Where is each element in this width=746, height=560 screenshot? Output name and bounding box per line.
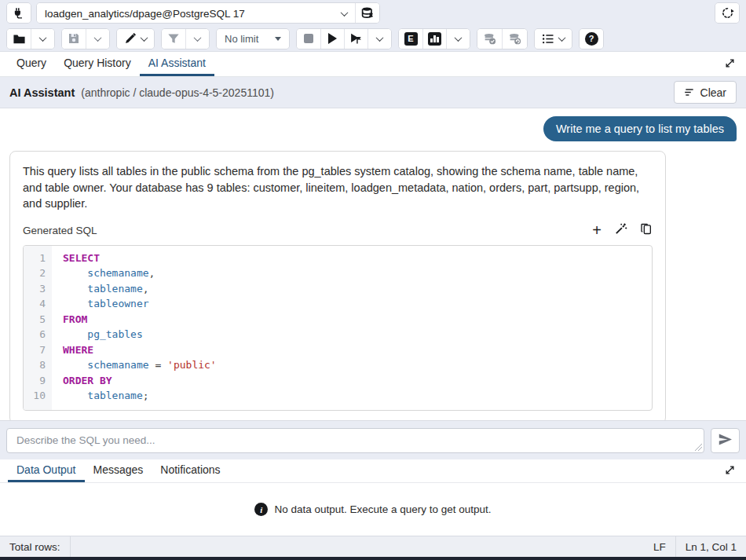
sql-code-block: 12345678910 SELECT schemaname, tablename… [23,245,653,411]
explain-analyze-button[interactable] [422,29,446,49]
sql-line-numbers: 12345678910 [24,246,52,410]
commit-button[interactable] [477,29,502,49]
assistant-message-card: This query lists all tables in the publi… [9,151,666,420]
no-output-message: No data output. Execute a query to get o… [274,503,491,515]
macros-button[interactable] [535,29,572,49]
chevron-down-icon [39,34,47,42]
help-icon: ? [585,32,598,46]
open-file-button[interactable] [7,29,31,49]
play-flag-icon [349,32,363,45]
execute-options-button[interactable] [344,29,368,49]
output-tab-bar: Data Output Messages Notifications [0,459,746,483]
copy-icon [640,222,653,239]
rollback-button[interactable] [502,29,527,49]
rollback-icon [507,32,522,46]
ai-assistant-header: AI Assistant (anthropic / claude-opus-4-… [0,77,746,108]
explain-menu-button[interactable] [446,29,470,49]
insert-sql-button[interactable]: + [592,225,602,236]
main-tab-bar: Query Query History AI Assistant [0,52,746,77]
assistant-message-text: This query lists all tables in the publi… [23,163,653,212]
ai-assistant-title: AI Assistant [9,86,75,99]
connection-label: loadgen_analytics/dpage@PostgreSQL 17 [37,8,342,20]
explain-icon: E [404,32,418,46]
execute-menu-button[interactable] [368,29,391,49]
apply-sql-button[interactable] [614,222,627,239]
filter-icon [167,33,180,45]
execute-query-button[interactable] [320,29,344,49]
eol-indicator[interactable]: LF [644,536,675,557]
row-limit-select[interactable]: No limit [217,29,289,49]
info-icon: i [254,503,268,516]
total-rows-label: Total rows: [0,536,71,557]
play-icon [328,33,337,44]
plus-icon: + [592,225,602,236]
tab-messages[interactable]: Messages [85,459,152,482]
commit-icon [482,32,497,46]
reset-layout-button[interactable] [715,3,739,23]
sql-code[interactable]: SELECT schemaname, tablename, tableowner… [52,246,652,410]
tab-ai-assistant[interactable]: AI Assistant [140,52,214,76]
save-icon [68,32,80,45]
list-icon [542,34,554,44]
connection-status-button[interactable] [7,3,31,23]
database-icon [360,6,375,20]
expand-output-icon[interactable] [722,461,738,481]
new-connection-button[interactable] [355,3,379,23]
chevron-down-icon [558,34,566,42]
chevron-down-icon [376,34,384,42]
tab-data-output[interactable]: Data Output [8,459,85,482]
cancel-query-button[interactable] [297,29,320,49]
chevron-down-icon [141,34,148,42]
save-file-menu-button[interactable] [86,29,109,49]
connection-dropdown[interactable]: loadgen_analytics/dpage@PostgreSQL 17 [37,3,355,24]
magic-wand-icon [614,222,627,239]
chat-area: Write me a query to list my tables This … [0,108,746,420]
filter-button[interactable] [162,29,185,49]
generated-sql-label: Generated SQL [23,225,97,236]
data-output-panel: i No data output. Execute a query to get… [0,483,746,536]
window-bottom-border [0,557,746,560]
save-file-button[interactable] [62,29,86,49]
prompt-bar [0,420,746,459]
user-message-bubble: Write me a query to list my tables [543,116,737,141]
row-limit-value: No limit [225,33,258,45]
folder-icon [13,33,26,45]
send-icon [718,433,733,448]
stop-icon [304,34,313,43]
open-file-menu-button[interactable] [31,29,54,49]
query-tool-window: loadgen_analytics/dpage@PostgreSQL 17 [0,0,746,560]
dropdown-arrow-icon [275,37,281,41]
help-button[interactable]: ? [580,29,603,49]
explain-analyze-icon [428,32,441,46]
clear-label: Clear [700,86,726,99]
query-toolbar: No limit E [0,26,746,52]
edit-menu-button[interactable] [117,29,154,49]
tab-notifications[interactable]: Notifications [152,459,229,482]
chevron-down-icon [455,34,463,42]
expand-panel-icon[interactable] [722,54,738,75]
ai-model-label: (anthropic / claude-opus-4-5-20251101) [81,86,274,99]
refresh-icon [721,6,734,20]
tab-query-history[interactable]: Query History [55,52,140,76]
cursor-position[interactable]: Ln 1, Col 1 [675,536,746,557]
clear-button[interactable]: Clear [674,81,737,104]
explain-button[interactable]: E [399,29,422,49]
pencil-icon [124,32,137,45]
plug-icon [13,6,26,20]
copy-sql-button[interactable] [640,222,653,239]
status-bar: Total rows: LF Ln 1, Col 1 [0,536,746,557]
chevron-down-icon [341,9,349,16]
send-button[interactable] [711,428,740,453]
connection-bar: loadgen_analytics/dpage@PostgreSQL 17 [0,0,746,26]
filter-menu-button[interactable] [185,29,209,49]
tab-query[interactable]: Query [8,52,55,76]
chevron-down-icon [94,34,102,42]
chevron-down-icon [194,34,202,42]
prompt-input[interactable] [6,428,704,453]
clear-icon [684,86,695,99]
